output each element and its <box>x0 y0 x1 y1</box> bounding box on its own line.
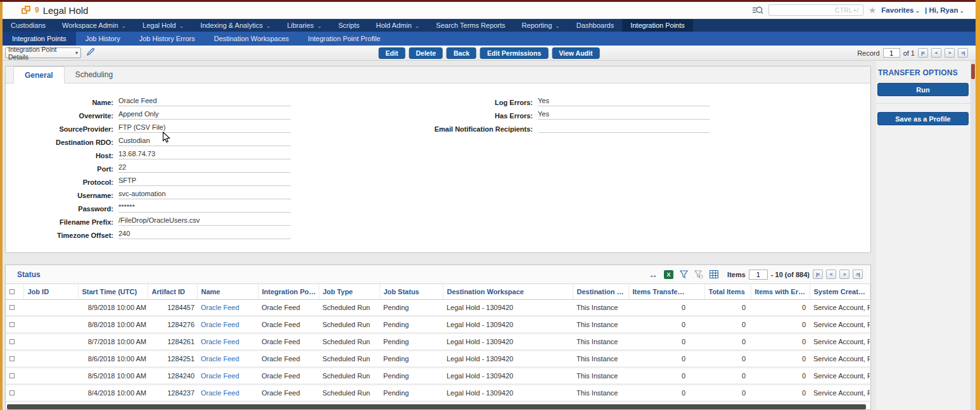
column-header-job-status[interactable]: Job Status <box>379 284 443 300</box>
table-row: 8/7/2018 10:00 AM1284261Oracle FeedOracl… <box>6 333 870 351</box>
row-checkbox[interactable] <box>10 322 15 327</box>
sub-tab-destination-workspaces[interactable]: Destination Workspaces <box>205 32 298 46</box>
main-tab-workspace-admin[interactable]: Workspace Admin⌄ <box>54 19 134 32</box>
column-header-system-created[interactable]: System Created... <box>810 284 870 300</box>
view-audit-button[interactable]: View Audit <box>552 47 599 59</box>
name-link[interactable]: Oracle Feed <box>201 304 239 311</box>
field-value-port: 22 <box>118 163 291 173</box>
search-icon[interactable] <box>753 6 763 15</box>
name-link[interactable]: Oracle Feed <box>201 372 239 380</box>
sub-tab-job-history[interactable]: Job History <box>76 32 130 46</box>
sub-tab-integration-point-profile[interactable]: Integration Point Profile <box>298 32 390 46</box>
name-link[interactable]: Oracle Feed <box>201 321 239 328</box>
edit-permissions-button[interactable]: Edit Permissions <box>480 47 548 59</box>
select-all-checkbox[interactable] <box>10 289 15 294</box>
name-link[interactable]: Oracle Feed <box>201 389 239 397</box>
view-selector-dropdown[interactable]: Integration Point Details▾ <box>5 47 81 58</box>
column-header-job-id[interactable]: Job ID <box>23 284 78 300</box>
cell-name[interactable]: Oracle Feed <box>197 333 258 351</box>
grid-options-icon[interactable] <box>710 270 718 278</box>
main-tab-hold-admin[interactable]: Hold Admin⌄ <box>368 19 428 32</box>
cell-destination-inst: This Instance <box>573 351 628 368</box>
main-tab-libraries[interactable]: Libraries⌄ <box>279 19 330 32</box>
field-row: Timezone Offset:240 <box>6 230 870 239</box>
edit-button[interactable]: Edit <box>379 47 405 59</box>
row-checkbox[interactable] <box>10 339 15 344</box>
status-title: Status <box>17 270 41 279</box>
main-tab-scripts[interactable]: Scripts <box>330 19 368 32</box>
cell-job-type: Scheduled Run <box>319 368 379 385</box>
cell-integration-point: Oracle Feed <box>258 385 319 402</box>
row-checkbox[interactable] <box>10 390 15 395</box>
main-tab-reporting[interactable]: Reporting⌄ <box>514 19 568 32</box>
cell-name[interactable]: Oracle Feed <box>197 300 258 316</box>
main-tab-integration-points[interactable]: Integration Points <box>622 19 693 32</box>
column-header-job-type[interactable]: Job Type <box>319 284 379 300</box>
column-header-items-transferred[interactable]: Items Transferred <box>628 284 704 300</box>
vertical-scrollbar-thumb[interactable] <box>971 64 975 79</box>
column-header-name[interactable]: Name <box>197 284 258 300</box>
details-tab-scheduling[interactable]: Scheduling <box>65 66 124 83</box>
back-button[interactable]: Back <box>447 47 476 59</box>
name-link[interactable]: Oracle Feed <box>201 355 239 363</box>
delete-button[interactable]: Delete <box>409 47 443 59</box>
column-header-destination-inst[interactable]: Destination Inst... <box>573 284 628 300</box>
main-tab-custodians[interactable]: Custodians <box>3 19 54 32</box>
items-last-button[interactable]: >| <box>853 270 863 279</box>
chevron-down-icon: ⌄ <box>266 23 271 29</box>
export-excel-icon[interactable]: X <box>664 270 673 279</box>
cell-name[interactable]: Oracle Feed <box>197 351 258 368</box>
record-prev-button[interactable]: < <box>931 48 941 58</box>
column-header-total-items[interactable]: Total Items <box>704 284 751 300</box>
row-checkbox[interactable] <box>10 373 15 378</box>
items-page-input[interactable] <box>749 270 768 280</box>
record-number-input[interactable] <box>883 48 900 58</box>
items-first-button[interactable]: |< <box>813 270 823 279</box>
sub-tab-integration-points[interactable]: Integration Points <box>3 32 76 46</box>
record-last-button[interactable]: >| <box>958 48 968 58</box>
vertical-scrollbar[interactable] <box>970 61 976 410</box>
items-prev-button[interactable]: < <box>826 270 836 279</box>
integration-point-details-panel: GeneralScheduling Name:Oracle FeedOverwr… <box>5 66 871 253</box>
cell-name[interactable]: Oracle Feed <box>197 385 258 402</box>
record-first-button[interactable]: |< <box>918 48 928 58</box>
name-link[interactable]: Oracle Feed <box>201 338 239 345</box>
column-header-start-time-utc[interactable]: Start Time (UTC) <box>78 284 148 300</box>
row-checkbox[interactable] <box>10 305 15 310</box>
run-button[interactable]: Run <box>877 83 969 96</box>
clear-filter-icon[interactable] <box>694 270 703 278</box>
transfer-options-panel: TRANSFER OPTIONS Run Save as a Profile <box>876 61 970 410</box>
favorites-menu[interactable]: Favorites⌄ <box>881 6 920 14</box>
column-header-destination-workspace[interactable]: Destination Workspace <box>443 284 573 300</box>
save-as-profile-button[interactable]: Save as a Profile <box>877 112 969 125</box>
items-next-button[interactable]: > <box>839 270 850 279</box>
main-tab-legal-hold[interactable]: Legal Hold⌄ <box>134 19 192 32</box>
main-tab-dashboards[interactable]: Dashboards <box>568 19 622 32</box>
filter-icon[interactable] <box>680 270 688 278</box>
search-input[interactable] <box>768 4 863 16</box>
column-header-integration-point[interactable]: Integration Point <box>258 284 319 300</box>
user-menu[interactable]: | Hi, Ryan⌄ <box>925 6 964 14</box>
cell-system-created: Service Account, Rel <box>810 385 870 402</box>
cell-name[interactable]: Oracle Feed <box>197 368 258 385</box>
cell-total-items: 0 <box>704 316 751 333</box>
horizontal-scrollbar[interactable] <box>7 404 866 409</box>
sub-tab-job-history-errors[interactable]: Job History Errors <box>130 32 205 46</box>
cell-start-time-utc: 8/9/2018 10:00 AM <box>78 300 148 316</box>
column-header-artifact-id[interactable]: Artifact ID <box>148 284 197 300</box>
row-select-cell <box>6 351 23 368</box>
cell-job-id <box>23 300 78 316</box>
expand-width-icon[interactable]: ↔ <box>649 270 658 279</box>
details-tab-general[interactable]: General <box>13 66 65 84</box>
cell-integration-point: Oracle Feed <box>258 351 319 368</box>
record-next-button[interactable]: > <box>945 48 955 58</box>
row-checkbox[interactable] <box>10 356 15 361</box>
cell-system-created: Service Account, Rel <box>810 368 870 385</box>
favorites-star-icon[interactable]: ★ <box>869 6 877 15</box>
column-header-items-with-errors[interactable]: Items with Errors <box>751 284 810 300</box>
main-tab-indexing-analytics[interactable]: Indexing & Analytics⌄ <box>192 19 279 32</box>
main-tab-search-terms-reports[interactable]: Search Terms Reports <box>428 19 513 32</box>
edit-view-pencil-icon[interactable] <box>86 47 95 59</box>
cell-name[interactable]: Oracle Feed <box>197 316 258 333</box>
table-row: 8/4/2018 10:00 AM1284237Oracle FeedOracl… <box>6 385 870 402</box>
